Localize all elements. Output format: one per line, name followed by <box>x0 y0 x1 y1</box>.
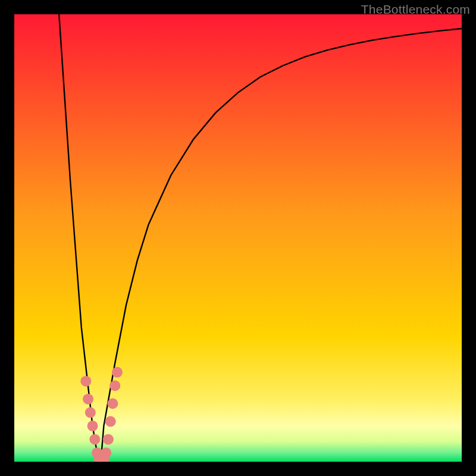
plot-area <box>14 14 462 462</box>
marker-dot <box>107 398 118 409</box>
chart-svg <box>14 14 462 462</box>
marker-dot <box>83 394 93 405</box>
marker-dot <box>80 376 91 387</box>
bottleneck-curve <box>59 14 462 462</box>
marker-dot <box>89 434 100 444</box>
marker-dot <box>101 447 111 458</box>
marker-dot <box>109 380 120 391</box>
marker-dot <box>103 434 114 444</box>
marker-dot <box>112 367 123 378</box>
marker-dot <box>87 421 98 431</box>
marker-dot <box>105 416 116 427</box>
chart-frame: TheBottleneck.com <box>0 0 476 476</box>
marker-dot <box>85 407 96 418</box>
watermark-text: TheBottleneck.com <box>361 2 470 17</box>
